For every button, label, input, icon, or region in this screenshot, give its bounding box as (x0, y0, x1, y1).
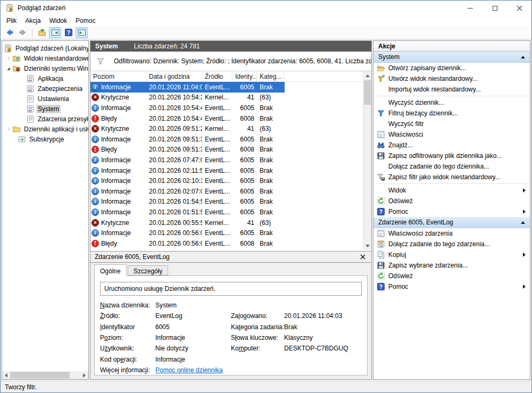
event-row[interactable]: iInformacje20.01.2026 10:54:41EventL...6… (90, 103, 285, 113)
event-row[interactable]: iInformacje20.01.2026 11:04:03EventL...6… (90, 82, 285, 93)
action-section-header-1[interactable]: System (373, 52, 530, 63)
action-właściwości[interactable]: Właściwości (373, 129, 530, 140)
scrollbar-track[interactable] (10, 371, 80, 379)
field-label: Źródło: (100, 312, 155, 320)
event-category-cell: Brak (257, 104, 285, 112)
menu-item-pomoc[interactable]: Pomoc (71, 16, 99, 26)
event-datetime-cell: 20.01.2026 10:54:41 (146, 115, 202, 122)
field-label: Słowa kluczowe: (231, 334, 284, 341)
forward-arrow-button[interactable] (16, 27, 29, 38)
tree-item-podgląd-zdarzeń-lokalny-[interactable]: Podgląd zdarzeń (Lokalny) (2, 43, 88, 53)
maximize-button[interactable] (483, 1, 507, 15)
event-row[interactable]: !Błędy20.01.2026 09:51:34EventL...6008Br… (90, 145, 285, 155)
tree-item-aplikacja[interactable]: Aplikacja (2, 73, 88, 83)
tab-szczegóły[interactable]: Szczegóły (128, 265, 169, 275)
help-button[interactable]: ? (62, 27, 74, 38)
action-dołącz-zadanie-do-tego-dziennika[interactable]: Dołącz zadanie do tego dziennika... (373, 161, 530, 172)
tree-horizontal-scrollbar[interactable] (2, 371, 88, 379)
column-header-1[interactable]: Poziom (90, 71, 146, 81)
tree-item-label: Podgląd zdarzeń (Lokalny) (14, 44, 88, 53)
svg-text:?: ? (379, 283, 383, 290)
close-icon (517, 5, 522, 11)
action-wyczyść-dziennik[interactable]: Wyczyść dziennik... (373, 97, 530, 108)
tree-item-widoki-niestandardowe[interactable]: Widoki niestandardowe (2, 53, 88, 63)
event-row[interactable]: iInformacje20.01.2026 02:07:03EventL...6… (90, 186, 285, 197)
tab-ogólne[interactable]: Ogólne (94, 264, 127, 276)
scroll-down-button[interactable] (363, 241, 371, 250)
export-folder-button[interactable] (36, 27, 48, 38)
action-widok[interactable]: Widok (373, 185, 530, 196)
action-pomoc[interactable]: ?Pomoc (373, 206, 530, 217)
action-filtruj-bieżący-dziennik[interactable]: Filtruj bieżący dziennik... (373, 108, 530, 119)
action-znajdź[interactable]: Znajdź... (373, 140, 530, 150)
close-button[interactable] (507, 1, 531, 15)
console-tree-button[interactable] (49, 27, 61, 38)
detail-close-button[interactable] (359, 253, 367, 261)
event-category-cell: Brak (257, 83, 285, 91)
tree-item-subskrypcje[interactable]: Subskrypcje (2, 134, 88, 144)
tree-item-zabezpieczenia[interactable]: Zabezpieczenia (2, 83, 88, 94)
action-odśwież[interactable]: Odśwież (373, 196, 530, 206)
event-row[interactable]: !Błędy20.01.2026 00:56:03EventL...6008Br… (90, 238, 285, 249)
action-otwórz-zapisany-dziennik[interactable]: Otwórz zapisany dziennik... (373, 63, 530, 73)
filter-status-text: Odfiltrowano: Dziennik: System; Źródło: … (114, 57, 371, 65)
action-label: Zapisz filtr jako widok niestandardowy..… (388, 173, 526, 181)
menu-item-plik[interactable]: Plik (2, 16, 21, 26)
action-pomoc[interactable]: ?Pomoc (373, 281, 530, 292)
event-row[interactable]: ×Krytyczne20.01.2026 09:51:26Kernel...41… (90, 123, 285, 134)
action-zapisz-wybrane-zdarzenia[interactable]: Zapisz wybrane zdarzenia... (373, 260, 530, 271)
expander-closed-icon[interactable] (5, 125, 12, 133)
back-arrow-button[interactable] (3, 27, 15, 38)
action-zapisz-filtr-jako-widok-niestandardowy[interactable]: Zapisz filtr jako widok niestandardowy..… (373, 172, 530, 182)
action-separator (374, 183, 529, 184)
event-row[interactable]: iInformacje20.01.2026 00:56:03EventL...6… (90, 228, 285, 238)
action-section-header-2[interactable]: Zdarzenie 6005, EventLog (373, 217, 530, 228)
action-zapisz-odfiltrowany-plik-dziennika-jako[interactable]: Zapisz odfiltrowany plik dziennika jako.… (373, 150, 530, 161)
event-log-online-help-link[interactable]: Pomoc online dziennika (155, 366, 223, 374)
action-label: Widok (388, 187, 523, 194)
action-odśwież[interactable]: Odśwież (373, 271, 530, 281)
info-level-icon: i (92, 198, 99, 205)
vertical-scrollbar[interactable] (363, 71, 371, 250)
action-właściwości-zdarzenia[interactable]: Właściwości zdarzenia (373, 228, 530, 239)
event-row[interactable]: iInformacje20.01.2026 07:47:08EventL...6… (90, 155, 285, 165)
scroll-right-button[interactable] (80, 371, 88, 379)
action-pane-button[interactable] (76, 27, 88, 38)
event-datetime-cell: 20.01.2026 01:54:51 (146, 198, 202, 205)
column-header-4[interactable]: Identy... (232, 71, 257, 81)
event-row[interactable]: !Błędy20.01.2026 10:54:41EventL...6008Br… (90, 113, 285, 124)
column-header-3[interactable]: Źródło (202, 71, 232, 81)
event-row[interactable]: ×Krytyczne20.01.2026 00:55:55Kernel...41… (90, 218, 285, 228)
tree-item-dzienniki-systemu-windows[interactable]: Dzienniki systemu Windows (2, 63, 88, 73)
minimize-button[interactable] (458, 1, 483, 15)
scrollbar-thumb[interactable] (10, 372, 70, 379)
event-source-cell: EventL... (202, 104, 232, 112)
event-row[interactable]: ×Krytyczne20.01.2026 10:54:33Kernel...41… (90, 93, 285, 103)
scroll-up-button[interactable] (363, 71, 371, 80)
action-utwórz-widok-niestandardowy[interactable]: Utwórz widok niestandardowy... (373, 73, 530, 84)
tree-item-dzienniki-aplikacji-i-usług[interactable]: Dzienniki aplikacji i usług (2, 124, 88, 134)
event-source-cell: Kernel... (202, 125, 232, 132)
menu-item-widok[interactable]: Widok (45, 16, 71, 26)
event-row[interactable]: iInformacje20.01.2026 01:54:51EventL...6… (90, 197, 285, 207)
column-header-5[interactable]: Kateg... (257, 71, 285, 81)
action-kopiuj[interactable]: Kopiuj (373, 249, 530, 260)
expander-open-icon[interactable] (5, 64, 12, 73)
action-wyczyść-filtr[interactable]: Wyczyść filtr (373, 119, 530, 129)
scroll-left-button[interactable] (2, 371, 10, 379)
scrollbar-thumb[interactable] (364, 80, 371, 105)
action-dołącz-zadanie-do-tego-zdarzenia[interactable]: Dołącz zadanie do tego zdarzenia... (373, 239, 530, 249)
tree-item-zdarzenia-przesyłane[interactable]: Zdarzenia przesyłane (2, 114, 88, 124)
column-header-2[interactable]: Data i godzina (146, 71, 202, 81)
event-viewer-window: Podgląd zdarzeń PlikAkcjaWidokPomoc ? Po… (0, 0, 532, 393)
menu-item-akcja[interactable]: Akcja (21, 16, 45, 26)
action-importuj-widok-niestandardowy[interactable]: Importuj widok niestandardowy... (373, 84, 530, 95)
event-row[interactable]: iInformacje20.01.2026 01:51:58EventL...6… (90, 207, 285, 218)
event-row[interactable]: iInformacje20.01.2026 02:11:57EventL...6… (90, 165, 285, 176)
event-row[interactable]: iInformacje20.01.2026 02:10:19EventL...6… (90, 175, 285, 186)
expander-closed-icon[interactable] (5, 54, 12, 63)
tree-item-ustawienia[interactable]: Ustawienia (2, 94, 88, 104)
event-row[interactable]: iInformacje20.01.2026 09:51:34EventL...6… (90, 134, 285, 145)
tree-item-system[interactable]: System (2, 104, 88, 114)
console-tree-icon (51, 28, 60, 37)
